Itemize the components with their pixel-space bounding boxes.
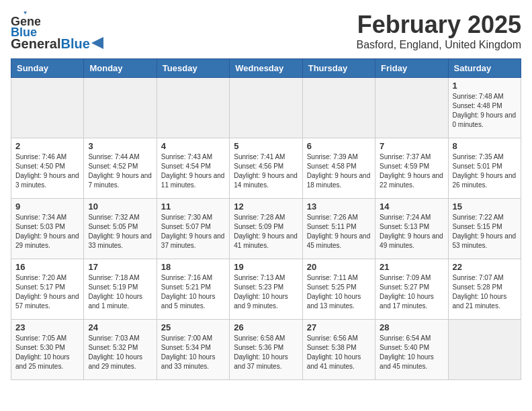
svg-marker-2 xyxy=(24,11,27,14)
day-cell: 14Sunrise: 7:24 AM Sunset: 5:13 PM Dayli… xyxy=(375,199,448,259)
day-cell xyxy=(84,78,157,138)
day-info: Sunrise: 7:18 AM Sunset: 5:19 PM Dayligh… xyxy=(88,273,152,311)
day-cell: 5Sunrise: 7:41 AM Sunset: 4:56 PM Daylig… xyxy=(230,138,302,199)
day-number: 4 xyxy=(161,141,225,151)
day-info: Sunrise: 7:24 AM Sunset: 5:13 PM Dayligh… xyxy=(380,213,443,250)
day-cell: 11Sunrise: 7:30 AM Sunset: 5:07 PM Dayli… xyxy=(157,199,229,259)
header-day-friday: Friday xyxy=(375,59,448,78)
day-cell: 21Sunrise: 7:09 AM Sunset: 5:27 PM Dayli… xyxy=(375,259,448,320)
day-info: Sunrise: 7:20 AM Sunset: 5:17 PM Dayligh… xyxy=(15,273,79,311)
week-row-3: 9Sunrise: 7:34 AM Sunset: 5:03 PM Daylig… xyxy=(11,199,521,259)
header-day-wednesday: Wednesday xyxy=(230,59,302,78)
title-area: February 2025 Basford, England, United K… xyxy=(357,11,521,51)
day-cell: 18Sunrise: 7:16 AM Sunset: 5:21 PM Dayli… xyxy=(157,259,229,320)
day-number: 22 xyxy=(453,262,517,272)
day-cell xyxy=(11,78,84,138)
day-cell: 2Sunrise: 7:46 AM Sunset: 4:50 PM Daylig… xyxy=(11,138,84,199)
day-cell: 8Sunrise: 7:35 AM Sunset: 5:01 PM Daylig… xyxy=(448,138,521,199)
week-row-4: 16Sunrise: 7:20 AM Sunset: 5:17 PM Dayli… xyxy=(11,259,521,320)
day-number: 25 xyxy=(161,322,225,332)
day-cell xyxy=(448,320,521,380)
day-number: 24 xyxy=(88,322,152,332)
week-row-5: 23Sunrise: 7:05 AM Sunset: 5:30 PM Dayli… xyxy=(11,320,521,380)
day-number: 14 xyxy=(380,201,443,212)
day-info: Sunrise: 6:54 AM Sunset: 5:40 PM Dayligh… xyxy=(380,334,443,371)
day-number: 28 xyxy=(380,322,443,332)
day-cell: 6Sunrise: 7:39 AM Sunset: 4:58 PM Daylig… xyxy=(302,138,375,199)
day-info: Sunrise: 7:07 AM Sunset: 5:28 PM Dayligh… xyxy=(453,273,517,311)
day-info: Sunrise: 7:16 AM Sunset: 5:21 PM Dayligh… xyxy=(161,273,225,311)
day-number: 2 xyxy=(15,141,79,151)
day-info: Sunrise: 7:13 AM Sunset: 5:23 PM Dayligh… xyxy=(234,273,298,311)
day-cell xyxy=(230,78,302,138)
day-number: 1 xyxy=(453,81,517,91)
header-day-tuesday: Tuesday xyxy=(157,59,229,78)
day-info: Sunrise: 7:34 AM Sunset: 5:03 PM Dayligh… xyxy=(15,213,79,250)
day-cell: 28Sunrise: 6:54 AM Sunset: 5:40 PM Dayli… xyxy=(375,320,448,380)
day-cell: 1Sunrise: 7:48 AM Sunset: 4:48 PM Daylig… xyxy=(448,78,521,138)
day-info: Sunrise: 7:41 AM Sunset: 4:56 PM Dayligh… xyxy=(234,152,298,190)
day-info: Sunrise: 7:00 AM Sunset: 5:34 PM Dayligh… xyxy=(161,334,225,371)
svg-marker-3 xyxy=(91,37,103,49)
day-number: 21 xyxy=(380,262,443,272)
day-number: 19 xyxy=(234,262,298,272)
day-number: 13 xyxy=(307,201,371,212)
calendar-header-row: SundayMondayTuesdayWednesdayThursdayFrid… xyxy=(11,59,521,78)
logo: General Blue General Blue xyxy=(11,11,103,52)
day-info: Sunrise: 7:28 AM Sunset: 5:09 PM Dayligh… xyxy=(234,213,298,250)
day-cell: 22Sunrise: 7:07 AM Sunset: 5:28 PM Dayli… xyxy=(448,259,521,320)
day-info: Sunrise: 7:05 AM Sunset: 5:30 PM Dayligh… xyxy=(15,334,79,371)
day-cell: 27Sunrise: 6:56 AM Sunset: 5:38 PM Dayli… xyxy=(302,320,375,380)
day-info: Sunrise: 7:26 AM Sunset: 5:11 PM Dayligh… xyxy=(307,213,371,250)
logo-blue: Blue xyxy=(60,36,89,52)
day-cell: 25Sunrise: 7:00 AM Sunset: 5:34 PM Dayli… xyxy=(157,320,229,380)
day-cell: 10Sunrise: 7:32 AM Sunset: 5:05 PM Dayli… xyxy=(84,199,157,259)
day-number: 18 xyxy=(161,262,225,272)
header-day-monday: Monday xyxy=(84,59,157,78)
day-number: 8 xyxy=(453,141,517,151)
day-cell: 19Sunrise: 7:13 AM Sunset: 5:23 PM Dayli… xyxy=(230,259,302,320)
day-number: 9 xyxy=(15,201,79,212)
day-cell: 7Sunrise: 7:37 AM Sunset: 4:59 PM Daylig… xyxy=(375,138,448,199)
logo-arrow-icon xyxy=(91,37,103,49)
day-number: 27 xyxy=(307,322,371,332)
day-number: 15 xyxy=(453,201,517,212)
day-cell xyxy=(157,78,229,138)
day-number: 12 xyxy=(234,201,298,212)
day-cell: 9Sunrise: 7:34 AM Sunset: 5:03 PM Daylig… xyxy=(11,199,84,259)
week-row-2: 2Sunrise: 7:46 AM Sunset: 4:50 PM Daylig… xyxy=(11,138,521,199)
day-info: Sunrise: 7:11 AM Sunset: 5:25 PM Dayligh… xyxy=(307,273,371,311)
day-info: Sunrise: 7:03 AM Sunset: 5:32 PM Dayligh… xyxy=(88,334,152,371)
day-number: 10 xyxy=(88,201,152,212)
day-number: 17 xyxy=(88,262,152,272)
day-cell: 20Sunrise: 7:11 AM Sunset: 5:25 PM Dayli… xyxy=(302,259,375,320)
day-number: 7 xyxy=(380,141,443,151)
header: General Blue General Blue February 2025 … xyxy=(11,11,521,52)
day-info: Sunrise: 7:44 AM Sunset: 4:52 PM Dayligh… xyxy=(88,152,152,190)
day-number: 20 xyxy=(307,262,371,272)
day-info: Sunrise: 6:56 AM Sunset: 5:38 PM Dayligh… xyxy=(307,334,371,371)
day-cell: 23Sunrise: 7:05 AM Sunset: 5:30 PM Dayli… xyxy=(11,320,84,380)
day-cell: 4Sunrise: 7:43 AM Sunset: 4:54 PM Daylig… xyxy=(157,138,229,199)
day-cell xyxy=(302,78,375,138)
day-info: Sunrise: 7:30 AM Sunset: 5:07 PM Dayligh… xyxy=(161,213,225,250)
day-info: Sunrise: 7:09 AM Sunset: 5:27 PM Dayligh… xyxy=(380,273,443,311)
day-number: 3 xyxy=(88,141,152,151)
day-cell: 15Sunrise: 7:22 AM Sunset: 5:15 PM Dayli… xyxy=(448,199,521,259)
day-number: 11 xyxy=(161,201,225,212)
day-cell: 13Sunrise: 7:26 AM Sunset: 5:11 PM Dayli… xyxy=(302,199,375,259)
day-info: Sunrise: 7:39 AM Sunset: 4:58 PM Dayligh… xyxy=(307,152,371,190)
day-cell: 26Sunrise: 6:58 AM Sunset: 5:36 PM Dayli… xyxy=(230,320,302,380)
month-title: February 2025 xyxy=(357,11,521,39)
day-cell: 3Sunrise: 7:44 AM Sunset: 4:52 PM Daylig… xyxy=(84,138,157,199)
day-number: 23 xyxy=(15,322,79,332)
day-cell: 24Sunrise: 7:03 AM Sunset: 5:32 PM Dayli… xyxy=(84,320,157,380)
day-info: Sunrise: 7:46 AM Sunset: 4:50 PM Dayligh… xyxy=(15,152,79,190)
day-cell: 17Sunrise: 7:18 AM Sunset: 5:19 PM Dayli… xyxy=(84,259,157,320)
day-info: Sunrise: 7:37 AM Sunset: 4:59 PM Dayligh… xyxy=(380,152,443,190)
location-title: Basford, England, United Kingdom xyxy=(357,39,521,51)
header-day-thursday: Thursday xyxy=(302,59,375,78)
day-info: Sunrise: 7:22 AM Sunset: 5:15 PM Dayligh… xyxy=(453,213,517,250)
day-cell: 12Sunrise: 7:28 AM Sunset: 5:09 PM Dayli… xyxy=(230,199,302,259)
header-day-sunday: Sunday xyxy=(11,59,84,78)
